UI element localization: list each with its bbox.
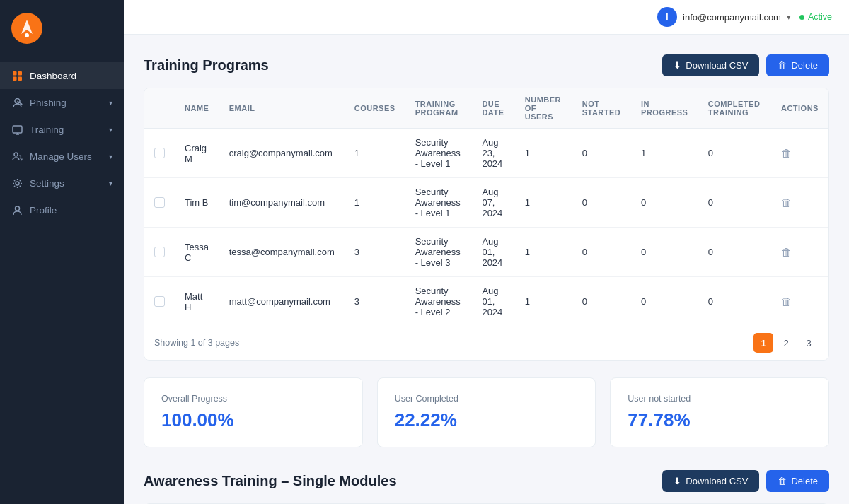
col-training-program: TRAINING PROGRAM (405, 88, 473, 129)
single-modules-section: Awareness Training – Single Modules ⬇ Do… (144, 470, 829, 504)
app-logo-icon (11, 13, 42, 44)
row-name: Craig M (175, 129, 219, 178)
single-modules-header: Awareness Training – Single Modules ⬇ Do… (144, 470, 829, 492)
svg-rect-5 (13, 76, 17, 81)
col-checkbox (144, 88, 175, 129)
status-dot-icon (799, 15, 804, 20)
status-label: Active (808, 12, 832, 22)
row-courses: 1 (345, 129, 405, 178)
col-due-date: DUE DATE (472, 88, 514, 129)
modules-download-csv-button[interactable]: ⬇ Download CSV (662, 470, 759, 492)
svg-point-2 (25, 33, 29, 37)
row-delete-icon[interactable]: 🗑 (781, 197, 792, 209)
topbar-status: Active (799, 12, 832, 22)
col-not-started: NOT STARTED (572, 88, 631, 129)
row-in-progress: 0 (631, 277, 698, 327)
main-content: I info@companymail.com ▾ Active Training… (124, 0, 849, 504)
sidebar-item-settings[interactable]: Settings ▾ (0, 170, 124, 197)
download-icon: ⬇ (674, 60, 681, 71)
sidebar-item-training[interactable]: Training ▾ (0, 116, 124, 143)
row-checkbox[interactable] (154, 296, 165, 307)
user-email: info@companymail.com (683, 12, 781, 23)
col-name: NAME (175, 88, 219, 129)
sidebar-item-manage-users[interactable]: Manage Users ▾ (0, 143, 124, 170)
training-programs-table-container: NAME EMAIL COURSES TRAINING PROGRAM DUE … (144, 88, 829, 361)
row-completed: 0 (698, 228, 771, 277)
stat-label: Overall Progress (161, 394, 345, 404)
page-button-1[interactable]: 1 (753, 333, 773, 353)
sidebar-item-phishing[interactable]: Phishing ▾ (0, 89, 124, 116)
row-delete-icon[interactable]: 🗑 (781, 246, 792, 258)
sidebar-logo (0, 0, 124, 57)
row-courses: 1 (345, 178, 405, 228)
stat-card: User Completed 22.22% (377, 377, 596, 447)
svg-point-15 (15, 206, 19, 211)
pagination-info: Showing 1 of 3 pages (154, 338, 239, 348)
row-completed: 0 (698, 129, 771, 178)
single-modules-title: Awareness Training – Single Modules (144, 473, 397, 489)
topbar-user[interactable]: I info@companymail.com ▾ (657, 7, 791, 27)
sidebar-item-dashboard[interactable]: Dashboard (0, 62, 124, 89)
stat-label: User not started (628, 394, 812, 404)
training-table-row: Tim B tim@companymail.com 1 Security Awa… (144, 178, 828, 228)
training-table-row: Craig M craig@companymail.com 1 Security… (144, 129, 828, 178)
svg-rect-10 (13, 126, 22, 133)
pagination-pages: 123 (753, 333, 819, 353)
stat-value: 22.22% (395, 409, 579, 431)
row-actions: 🗑 (771, 228, 828, 277)
row-not-started: 0 (572, 129, 631, 178)
svg-rect-6 (18, 76, 22, 81)
row-not-started: 0 (572, 178, 631, 228)
svg-point-13 (14, 153, 18, 156)
training-icon (11, 124, 23, 135)
row-completed: 0 (698, 178, 771, 228)
training-table-row: Tessa C tessa@companymail.com 3 Security… (144, 228, 828, 277)
download-csv-button[interactable]: ⬇ Download CSV (662, 54, 759, 76)
modules-delete-button[interactable]: 🗑 Delete (766, 470, 829, 492)
row-email: tim@companymail.com (219, 178, 345, 228)
row-email: craig@companymail.com (219, 129, 345, 178)
col-num-users: NUMBER OF USERS (515, 88, 572, 129)
row-name: Matt H (175, 277, 219, 327)
phishing-label: Phishing (30, 98, 67, 108)
row-not-started: 0 (572, 228, 631, 277)
row-in-progress: 0 (631, 228, 698, 277)
row-checkbox[interactable] (154, 247, 165, 257)
row-users: 1 (515, 228, 572, 277)
row-checkbox[interactable] (154, 148, 165, 158)
stat-card: User not started 77.78% (610, 377, 829, 447)
users-icon (11, 151, 23, 162)
row-delete-icon[interactable]: 🗑 (781, 147, 792, 159)
row-email: tessa@companymail.com (219, 228, 345, 277)
stat-value: 100.00% (161, 409, 345, 431)
stat-label: User Completed (395, 394, 579, 404)
row-program: Security Awareness - Level 1 (405, 129, 473, 178)
sidebar-navigation: Dashboard Phishing ▾ (0, 62, 124, 223)
row-delete-icon[interactable]: 🗑 (781, 295, 792, 307)
row-due-date: Aug 07, 2024 (472, 178, 514, 228)
page-button-2[interactable]: 2 (776, 333, 796, 353)
training-table-row: Matt H matt@companymail.com 3 Security A… (144, 277, 828, 327)
col-email: EMAIL (219, 88, 345, 129)
row-actions: 🗑 (771, 178, 828, 228)
settings-label: Settings (30, 178, 64, 189)
row-checkbox[interactable] (154, 197, 165, 208)
row-in-progress: 0 (631, 178, 698, 228)
svg-rect-4 (18, 71, 22, 76)
modules-trash-icon: 🗑 (778, 476, 787, 486)
row-program: Security Awareness - Level 1 (405, 178, 473, 228)
row-courses: 3 (345, 228, 405, 277)
row-actions: 🗑 (771, 277, 828, 327)
single-modules-actions: ⬇ Download CSV 🗑 Delete (662, 470, 829, 492)
page-button-3[interactable]: 3 (799, 333, 819, 353)
training-programs-table: NAME EMAIL COURSES TRAINING PROGRAM DUE … (144, 88, 828, 326)
dashboard-icon (11, 70, 23, 81)
delete-button[interactable]: 🗑 Delete (766, 54, 829, 76)
svg-point-9 (20, 103, 22, 105)
row-courses: 3 (345, 277, 405, 327)
phishing-chevron-icon: ▾ (109, 99, 112, 107)
row-due-date: Aug 23, 2024 (472, 129, 514, 178)
modules-download-icon: ⬇ (674, 476, 681, 486)
user-avatar: I (657, 7, 677, 27)
sidebar-item-profile[interactable]: Profile (0, 197, 124, 223)
